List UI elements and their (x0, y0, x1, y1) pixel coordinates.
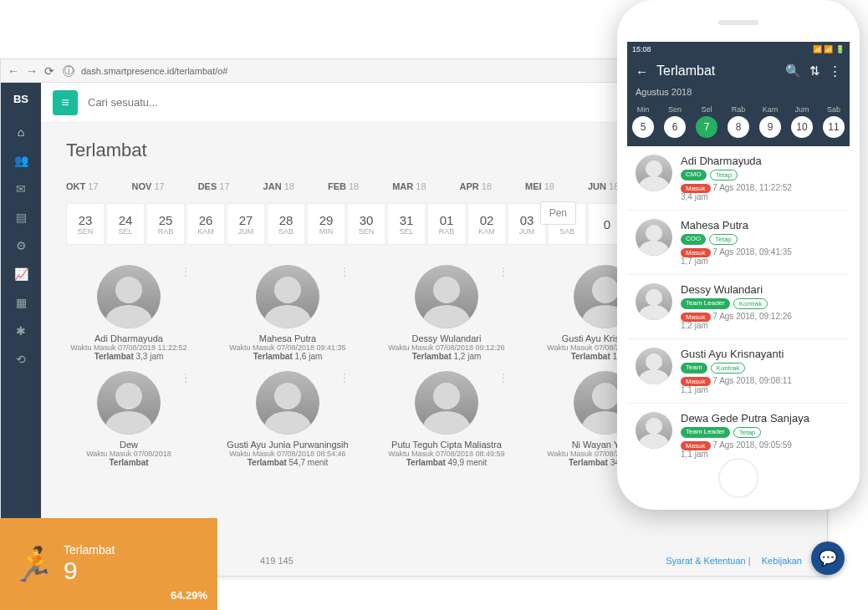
calendar-day[interactable]: 01RAB (427, 203, 466, 245)
person-menu-icon[interactable]: ⋮ (498, 371, 509, 384)
month-item[interactable]: MEI 18 (525, 181, 554, 191)
calendar-day[interactable]: 25RAB (146, 203, 185, 245)
phone-week-row: Min5Sen6Sel7Rab8Kam9Jum10Sab11 (627, 102, 850, 146)
settings-icon[interactable]: ⚙ (16, 239, 27, 252)
month-item[interactable]: OKT 17 (66, 181, 99, 191)
bug-icon[interactable]: ✱ (16, 324, 26, 338)
status-time: 15:08 (632, 45, 651, 53)
person-menu-icon[interactable]: ⋮ (498, 265, 509, 278)
footer-phone: 419 145 (260, 556, 294, 566)
list-item[interactable]: Dewa Gede Putra SanjayaTeam LeaderTetapM… (627, 404, 850, 460)
list-item[interactable]: Mahesa PutraCOOTetapMasuk 7 Ags 2018, 09… (627, 211, 850, 275)
sidebar: BS ⌂ 👥 ✉ ▤ ⚙ 📈 ▦ ✱ ⟲ (1, 83, 41, 576)
week-day[interactable]: Rab8 (728, 105, 749, 138)
filter-icon[interactable]: ⇅ (809, 64, 820, 79)
person-late: Terlambat 3,3 jam (66, 352, 191, 361)
status-tag: Tetap (709, 234, 738, 245)
phone-screen: 15:08 📶 📶 🔋 ← Terlambat 🔍 ⇅ ⋮ Agustus 20… (627, 42, 850, 460)
person-time: Waktu Masuk 07/08/2018 09:41:35 (225, 343, 350, 352)
list-time: Masuk 7 Ags 2018, 11:22:52 (681, 183, 841, 192)
avatar (415, 371, 478, 435)
list-time: Masuk 7 Ags 2018, 09:41:35 (681, 247, 841, 257)
person-card[interactable]: ⋮DewWaktu Masuk 07/08/2018Terlambat (66, 371, 191, 467)
pen-button[interactable]: Pen (540, 201, 576, 225)
avatar (636, 348, 672, 384)
calendar-day[interactable]: 30SEN (347, 203, 385, 245)
chart-icon[interactable]: 📈 (14, 267, 28, 281)
list-item[interactable]: Dessy WulandariTeam LeaderKontrakMasuk 7… (627, 275, 850, 339)
person-late: Terlambat 1,2 jam (384, 352, 509, 361)
calendar-day[interactable]: 31SEL (387, 203, 426, 245)
calendar-day[interactable]: 27JUM (227, 203, 265, 245)
nav-back-icon[interactable]: ← (8, 65, 19, 77)
privacy-link[interactable]: Kebijakan (762, 556, 802, 566)
avatar (636, 283, 672, 320)
person-card[interactable]: ⋮Mahesa PutraWaktu Masuk 07/08/2018 09:4… (225, 265, 350, 361)
nav-forward-icon[interactable]: → (26, 65, 38, 77)
list-time: Masuk 7 Ags 2018, 09:12:26 (681, 312, 841, 321)
calendar-day[interactable]: 26KAM (186, 203, 225, 245)
avatar (97, 371, 161, 435)
week-day[interactable]: Jum10 (791, 105, 813, 138)
week-day[interactable]: Sel7 (696, 105, 717, 138)
calendar-day[interactable]: 23SEN (66, 203, 105, 245)
tos-link[interactable]: Syarat & Ketentuan (666, 556, 745, 566)
month-item[interactable]: FEB 18 (328, 181, 359, 191)
month-item[interactable]: APR 18 (460, 181, 493, 191)
calendar-day[interactable]: 29MIN (307, 203, 345, 245)
person-menu-icon[interactable]: ⋮ (339, 265, 350, 278)
month-item[interactable]: MAR 18 (392, 181, 426, 191)
status-bar: 15:08 📶 📶 🔋 (627, 42, 850, 57)
users-icon[interactable]: 👥 (14, 154, 28, 167)
person-card[interactable]: ⋮Adi DharmayudaWaktu Masuk 07/08/2018 11… (66, 265, 191, 361)
person-name: Mahesa Putra (225, 333, 350, 343)
info-icon[interactable]: ⓘ (63, 65, 74, 77)
month-item[interactable]: DES 17 (198, 181, 230, 191)
home-icon[interactable]: ⌂ (18, 125, 24, 139)
calendar-day[interactable]: 28SAB (267, 203, 305, 245)
person-time: Waktu Masuk 07/08/2018 08:49:59 (384, 450, 509, 458)
role-tag: COO (681, 234, 706, 245)
chat-fab[interactable]: 💬 (811, 541, 845, 575)
week-day[interactable]: Sen6 (664, 105, 686, 138)
url-text: dash.smartpresence.id/terlambat/o# (81, 66, 227, 76)
sidebar-logo: BS (13, 93, 28, 105)
more-icon[interactable]: ⋮ (829, 64, 841, 79)
mail-icon[interactable]: ✉ (16, 182, 26, 196)
person-time: Waktu Masuk 07/08/2018 09:12:26 (384, 343, 509, 352)
person-time: Waktu Masuk 07/08/2018 08:54:46 (225, 450, 350, 458)
status-icons: 📶 📶 🔋 (813, 45, 845, 53)
person-card[interactable]: ⋮Dessy WulandariWaktu Masuk 07/08/2018 0… (384, 265, 509, 361)
nav-reload-icon[interactable]: ⟳ (44, 65, 56, 77)
card-percent: 64.29% (171, 589, 207, 602)
list-time: Masuk 7 Ags 2018, 09:05:59 (681, 440, 841, 450)
week-day[interactable]: Sab11 (823, 105, 845, 138)
calendar-day[interactable]: 02KAM (467, 203, 506, 245)
list-item[interactable]: Gusti Ayu KrisnayantiTeamKontrakMasuk 7 … (627, 339, 850, 404)
person-card[interactable]: ⋮Gusti Ayu Junia PurwaningsihWaktu Masuk… (225, 371, 350, 467)
week-day[interactable]: Kam9 (759, 105, 781, 138)
list-item[interactable]: Adi DharmayudaCMOTetapMasuk 7 Ags 2018, … (627, 146, 850, 211)
search-icon[interactable]: 🔍 (785, 64, 801, 79)
list-name: Dessy Wulandari (681, 283, 841, 296)
terlambat-card: 🏃 Terlambat 9 64.29% (0, 518, 217, 610)
back-icon[interactable]: ← (636, 64, 648, 79)
menu-button[interactable]: ≡ (53, 90, 78, 115)
person-time: Waktu Masuk 07/08/2018 11:22:52 (66, 343, 191, 352)
book-icon[interactable]: ▤ (16, 211, 27, 224)
month-item[interactable]: JUN 18 (588, 181, 619, 191)
phone-list: Adi DharmayudaCMOTetapMasuk 7 Ags 2018, … (627, 146, 850, 460)
week-day[interactable]: Min5 (632, 105, 654, 138)
calendar-day[interactable]: 24SEL (106, 203, 145, 245)
role-tag: Team Leader (681, 427, 730, 438)
person-menu-icon[interactable]: ⋮ (180, 265, 191, 278)
month-item[interactable]: JAN 18 (263, 181, 294, 191)
list-late: 1,2 jam (681, 321, 841, 330)
doc-icon[interactable]: ▦ (16, 296, 27, 309)
person-card[interactable]: ⋮Putu Teguh Cipta MaliastraWaktu Masuk 0… (384, 371, 509, 467)
person-menu-icon[interactable]: ⋮ (180, 371, 191, 384)
sync-icon[interactable]: ⟲ (16, 353, 26, 366)
month-item[interactable]: NOV 17 (132, 181, 165, 191)
person-menu-icon[interactable]: ⋮ (339, 371, 350, 384)
person-name: Gusti Ayu Junia Purwaningsih (225, 440, 350, 450)
